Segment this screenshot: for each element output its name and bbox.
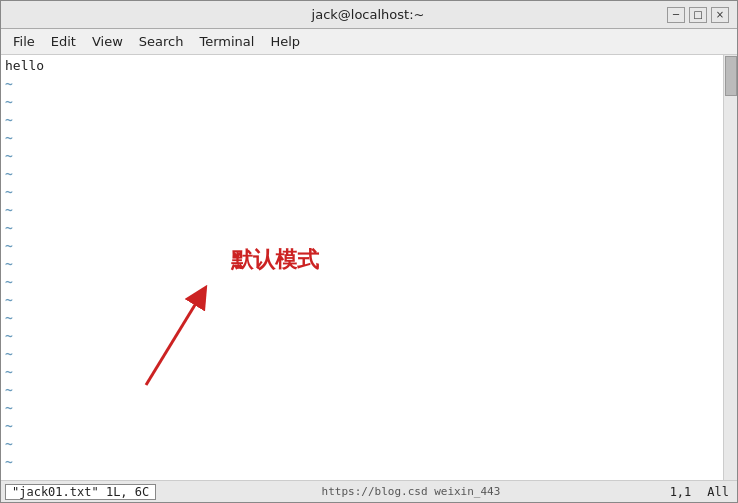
- tilde-10: ~: [5, 237, 719, 255]
- terminal-window: jack@localhost:~ ─ □ × File Edit View Se…: [0, 0, 738, 503]
- menu-view[interactable]: View: [84, 32, 131, 51]
- scrollbar[interactable]: [723, 55, 737, 480]
- window-controls: ─ □ ×: [667, 7, 729, 23]
- text-content[interactable]: hello ~ ~ ~ ~ ~ ~ ~ ~ ~ ~ ~ ~ ~ ~ ~ ~ ~ …: [1, 55, 723, 480]
- tilde-22: ~: [5, 453, 719, 471]
- menu-edit[interactable]: Edit: [43, 32, 84, 51]
- tilde-16: ~: [5, 345, 719, 363]
- title-bar: jack@localhost:~ ─ □ ×: [1, 1, 737, 29]
- tilde-21: ~: [5, 435, 719, 453]
- menu-help[interactable]: Help: [262, 32, 308, 51]
- tilde-17: ~: [5, 363, 719, 381]
- editor-area[interactable]: hello ~ ~ ~ ~ ~ ~ ~ ~ ~ ~ ~ ~ ~ ~ ~ ~ ~ …: [1, 55, 737, 480]
- tilde-6: ~: [5, 165, 719, 183]
- maximize-button[interactable]: □: [689, 7, 707, 23]
- tilde-14: ~: [5, 309, 719, 327]
- url-info: https://blog.csd weixin_443: [160, 485, 661, 498]
- position-info: 1,1 All: [662, 485, 737, 499]
- window-title: jack@localhost:~: [69, 7, 667, 22]
- tilde-8: ~: [5, 201, 719, 219]
- tilde-4: ~: [5, 129, 719, 147]
- tilde-12: ~: [5, 273, 719, 291]
- tilde-15: ~: [5, 327, 719, 345]
- cursor-position: 1,1: [670, 485, 692, 499]
- menu-terminal[interactable]: Terminal: [191, 32, 262, 51]
- tilde-19: ~: [5, 399, 719, 417]
- file-info: "jack01.txt" 1L, 6C: [5, 484, 156, 500]
- menubar: File Edit View Search Terminal Help: [1, 29, 737, 55]
- tilde-11: ~: [5, 255, 719, 273]
- tilde-13: ~: [5, 291, 719, 309]
- menu-search[interactable]: Search: [131, 32, 192, 51]
- tilde-2: ~: [5, 93, 719, 111]
- tilde-1: ~: [5, 75, 719, 93]
- menu-file[interactable]: File: [5, 32, 43, 51]
- tilde-7: ~: [5, 183, 719, 201]
- scrollbar-thumb[interactable]: [725, 56, 737, 96]
- close-button[interactable]: ×: [711, 7, 729, 23]
- tilde-20: ~: [5, 417, 719, 435]
- view-mode: All: [707, 485, 729, 499]
- tilde-18: ~: [5, 381, 719, 399]
- minimize-button[interactable]: ─: [667, 7, 685, 23]
- status-bar: "jack01.txt" 1L, 6C https://blog.csd wei…: [1, 480, 737, 502]
- tilde-3: ~: [5, 111, 719, 129]
- tilde-5: ~: [5, 147, 719, 165]
- content-line: hello: [5, 57, 719, 75]
- tilde-9: ~: [5, 219, 719, 237]
